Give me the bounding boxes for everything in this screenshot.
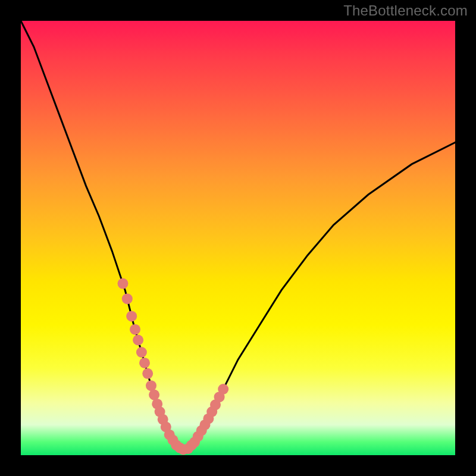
chart-container: TheBottleneck.com	[0, 0, 476, 476]
plot-area	[21, 21, 455, 455]
watermark-label: TheBottleneck.com	[343, 2, 468, 19]
